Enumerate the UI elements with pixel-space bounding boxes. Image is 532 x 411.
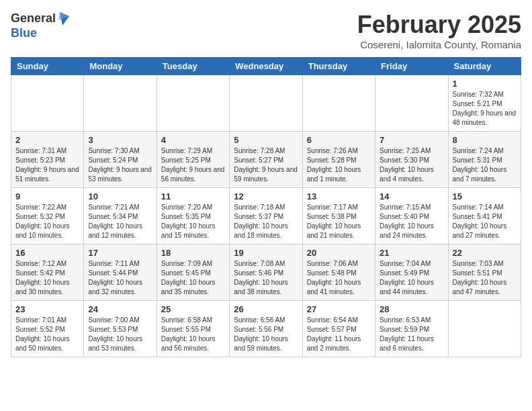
calendar-day-cell: 17Sunrise: 7:11 AM Sunset: 5:44 PM Dayli… (84, 244, 157, 301)
calendar-day-cell: 14Sunrise: 7:15 AM Sunset: 5:40 PM Dayli… (375, 188, 448, 244)
calendar-day-cell: 23Sunrise: 7:01 AM Sunset: 5:52 PM Dayli… (11, 301, 84, 357)
calendar-day-cell: 4Sunrise: 7:29 AM Sunset: 5:25 PM Daylig… (157, 132, 229, 188)
calendar-day-cell: 25Sunrise: 6:58 AM Sunset: 5:55 PM Dayli… (157, 301, 229, 357)
day-info: Sunrise: 7:14 AM Sunset: 5:41 PM Dayligh… (453, 203, 517, 240)
calendar-day-cell: 21Sunrise: 7:04 AM Sunset: 5:49 PM Dayli… (375, 244, 448, 301)
calendar-week-row: 2Sunrise: 7:31 AM Sunset: 5:23 PM Daylig… (11, 132, 521, 188)
day-number: 23 (15, 304, 79, 314)
weekday-header: Saturday (448, 58, 521, 75)
day-number: 26 (234, 304, 298, 314)
calendar-day-cell (84, 75, 157, 132)
calendar-day-cell: 16Sunrise: 7:12 AM Sunset: 5:42 PM Dayli… (11, 244, 84, 301)
day-number: 25 (161, 304, 225, 314)
day-info: Sunrise: 7:03 AM Sunset: 5:51 PM Dayligh… (453, 259, 517, 297)
calendar-day-cell: 11Sunrise: 7:20 AM Sunset: 5:35 PM Dayli… (157, 188, 229, 244)
day-number: 1 (453, 79, 517, 89)
day-number: 27 (307, 304, 371, 314)
weekday-header: Monday (84, 58, 157, 75)
calendar-day-cell: 7Sunrise: 7:25 AM Sunset: 5:30 PM Daylig… (375, 132, 448, 188)
location-subtitle: Cosereni, Ialomita County, Romania (357, 39, 521, 50)
day-info: Sunrise: 6:58 AM Sunset: 5:55 PM Dayligh… (161, 316, 225, 353)
calendar-day-cell: 3Sunrise: 7:30 AM Sunset: 5:24 PM Daylig… (84, 132, 157, 188)
day-info: Sunrise: 6:54 AM Sunset: 5:57 PM Dayligh… (307, 316, 371, 353)
day-info: Sunrise: 7:24 AM Sunset: 5:31 PM Dayligh… (453, 146, 517, 184)
calendar-day-cell: 27Sunrise: 6:54 AM Sunset: 5:57 PM Dayli… (302, 301, 375, 357)
day-number: 2 (15, 135, 79, 145)
calendar-day-cell: 13Sunrise: 7:17 AM Sunset: 5:38 PM Dayli… (302, 188, 375, 244)
calendar-week-row: 9Sunrise: 7:22 AM Sunset: 5:32 PM Daylig… (11, 188, 521, 244)
day-number: 22 (453, 248, 517, 258)
calendar-day-cell: 5Sunrise: 7:28 AM Sunset: 5:27 PM Daylig… (230, 132, 302, 188)
day-number: 15 (453, 191, 517, 201)
day-info: Sunrise: 7:29 AM Sunset: 5:25 PM Dayligh… (161, 146, 225, 184)
day-number: 13 (307, 191, 371, 201)
calendar-day-cell: 2Sunrise: 7:31 AM Sunset: 5:23 PM Daylig… (11, 132, 84, 188)
day-number: 10 (88, 191, 152, 201)
calendar-day-cell: 18Sunrise: 7:09 AM Sunset: 5:45 PM Dayli… (157, 244, 229, 301)
day-number: 16 (15, 248, 79, 258)
day-info: Sunrise: 7:00 AM Sunset: 5:53 PM Dayligh… (88, 316, 152, 353)
logo: General Blue (11, 11, 71, 40)
day-info: Sunrise: 7:06 AM Sunset: 5:48 PM Dayligh… (307, 259, 371, 297)
calendar-day-cell (375, 75, 448, 132)
calendar-day-cell: 20Sunrise: 7:06 AM Sunset: 5:48 PM Dayli… (302, 244, 375, 301)
calendar-day-cell: 6Sunrise: 7:26 AM Sunset: 5:28 PM Daylig… (302, 132, 375, 188)
calendar-day-cell (448, 301, 521, 357)
day-info: Sunrise: 7:25 AM Sunset: 5:30 PM Dayligh… (380, 146, 443, 184)
month-title: February 2025 (357, 11, 521, 39)
calendar-day-cell: 1Sunrise: 7:32 AM Sunset: 5:21 PM Daylig… (448, 75, 521, 132)
day-info: Sunrise: 7:04 AM Sunset: 5:49 PM Dayligh… (380, 259, 443, 297)
calendar-week-row: 16Sunrise: 7:12 AM Sunset: 5:42 PM Dayli… (11, 244, 521, 301)
calendar-day-cell: 10Sunrise: 7:21 AM Sunset: 5:34 PM Dayli… (84, 188, 157, 244)
day-info: Sunrise: 6:56 AM Sunset: 5:56 PM Dayligh… (234, 316, 298, 353)
day-info: Sunrise: 7:21 AM Sunset: 5:34 PM Dayligh… (88, 203, 152, 240)
calendar-day-cell (302, 75, 375, 132)
calendar-day-cell (11, 75, 84, 132)
day-info: Sunrise: 7:09 AM Sunset: 5:45 PM Dayligh… (161, 259, 225, 297)
day-info: Sunrise: 7:18 AM Sunset: 5:37 PM Dayligh… (234, 203, 298, 240)
calendar-week-row: 1Sunrise: 7:32 AM Sunset: 5:21 PM Daylig… (11, 75, 521, 132)
calendar-week-row: 23Sunrise: 7:01 AM Sunset: 5:52 PM Dayli… (11, 301, 521, 357)
calendar-day-cell: 24Sunrise: 7:00 AM Sunset: 5:53 PM Dayli… (84, 301, 157, 357)
day-number: 7 (380, 135, 443, 145)
weekday-header: Wednesday (230, 58, 302, 75)
day-number: 14 (380, 191, 443, 201)
day-info: Sunrise: 7:32 AM Sunset: 5:21 PM Dayligh… (453, 90, 517, 128)
day-info: Sunrise: 7:17 AM Sunset: 5:38 PM Dayligh… (307, 203, 371, 240)
day-number: 21 (380, 248, 443, 258)
day-number: 6 (307, 135, 371, 145)
day-info: Sunrise: 7:20 AM Sunset: 5:35 PM Dayligh… (161, 203, 225, 240)
calendar-day-cell: 22Sunrise: 7:03 AM Sunset: 5:51 PM Dayli… (448, 244, 521, 301)
calendar-header-row: SundayMondayTuesdayWednesdayThursdayFrid… (11, 58, 521, 75)
page-header: General Blue February 2025 Cosereni, Ial… (11, 11, 521, 50)
day-number: 3 (88, 135, 152, 145)
calendar-day-cell: 8Sunrise: 7:24 AM Sunset: 5:31 PM Daylig… (448, 132, 521, 188)
day-number: 17 (88, 248, 152, 258)
day-info: Sunrise: 7:15 AM Sunset: 5:40 PM Dayligh… (380, 203, 443, 240)
day-number: 4 (161, 135, 225, 145)
day-number: 28 (380, 304, 443, 314)
weekday-header: Thursday (302, 58, 375, 75)
day-number: 20 (307, 248, 371, 258)
calendar-day-cell: 26Sunrise: 6:56 AM Sunset: 5:56 PM Dayli… (230, 301, 302, 357)
calendar-day-cell (157, 75, 229, 132)
day-number: 24 (88, 304, 152, 314)
day-info: Sunrise: 7:28 AM Sunset: 5:27 PM Dayligh… (234, 146, 298, 184)
calendar-day-cell: 28Sunrise: 6:53 AM Sunset: 5:59 PM Dayli… (375, 301, 448, 357)
day-info: Sunrise: 7:26 AM Sunset: 5:28 PM Dayligh… (307, 146, 371, 184)
calendar-day-cell: 12Sunrise: 7:18 AM Sunset: 5:37 PM Dayli… (230, 188, 302, 244)
day-number: 9 (15, 191, 79, 201)
calendar-day-cell (230, 75, 302, 132)
day-number: 11 (161, 191, 225, 201)
logo-icon (57, 11, 71, 27)
day-info: Sunrise: 7:08 AM Sunset: 5:46 PM Dayligh… (234, 259, 298, 297)
day-number: 12 (234, 191, 298, 201)
weekday-header: Friday (375, 58, 448, 75)
day-info: Sunrise: 7:01 AM Sunset: 5:52 PM Dayligh… (15, 316, 79, 353)
logo-blue-text: Blue (11, 27, 71, 40)
day-info: Sunrise: 7:12 AM Sunset: 5:42 PM Dayligh… (15, 259, 79, 297)
day-number: 5 (234, 135, 298, 145)
calendar-day-cell: 9Sunrise: 7:22 AM Sunset: 5:32 PM Daylig… (11, 188, 84, 244)
day-info: Sunrise: 7:22 AM Sunset: 5:32 PM Dayligh… (15, 203, 79, 240)
calendar-day-cell: 19Sunrise: 7:08 AM Sunset: 5:46 PM Dayli… (230, 244, 302, 301)
